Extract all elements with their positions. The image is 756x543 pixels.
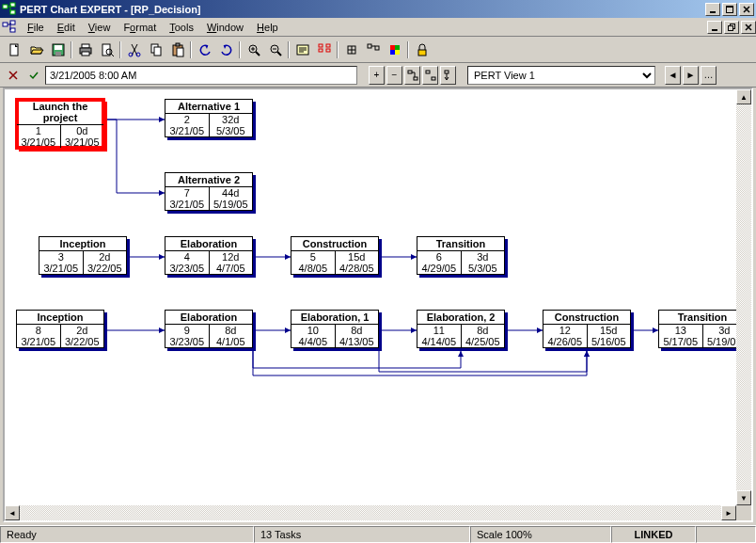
open-button[interactable] [25, 40, 47, 60]
redo-button[interactable] [215, 40, 237, 60]
paste-button[interactable] [166, 40, 188, 60]
minimize-button[interactable] [705, 3, 720, 16]
print-button[interactable] [74, 40, 96, 60]
task-dur: 3d [462, 251, 505, 263]
hscroll-track[interactable] [20, 505, 721, 520]
task-id: 5 [291, 251, 336, 263]
remove-button[interactable]: − [386, 66, 402, 85]
task-node-8[interactable]: Inception 82d 3/21/053/22/05 [16, 310, 104, 348]
task-end: 5/3/05 [210, 125, 253, 136]
status-empty [696, 526, 756, 543]
cancel-edit-button[interactable] [4, 66, 23, 85]
prev-button[interactable]: ◄ [665, 66, 681, 85]
task-start: 4/8/05 [291, 263, 336, 274]
grid2-button[interactable] [362, 40, 384, 60]
close-button[interactable] [739, 3, 754, 16]
menu-tools[interactable]: Tools [163, 20, 200, 35]
doc-restore-button[interactable] [724, 21, 739, 34]
task-node-3[interactable]: Inception 32d 3/21/053/22/05 [39, 236, 127, 275]
task-dur: 15d [588, 325, 631, 336]
task-end: 5/3/05 [462, 263, 505, 274]
task-node-6[interactable]: Transition 63d 4/29/055/3/05 [417, 236, 505, 275]
menu-edit[interactable]: Edit [51, 20, 82, 35]
svg-rect-26 [176, 43, 180, 46]
task-dur: 32d [210, 114, 253, 125]
task-node-2[interactable]: Alternative 1 232d 3/21/055/3/05 [165, 99, 253, 137]
task-node-9[interactable]: Elaboration 98d 3/23/054/1/05 [165, 310, 253, 348]
svg-marker-59 [584, 351, 590, 357]
svg-rect-8 [10, 28, 15, 32]
vscroll-track[interactable] [736, 104, 751, 490]
svg-rect-33 [319, 49, 323, 52]
chart-canvas[interactable]: Launch the project 10d 3/21/053/21/05Alt… [5, 89, 751, 520]
new-button[interactable] [4, 40, 25, 60]
menu-window[interactable]: Window [200, 20, 250, 35]
preview-button[interactable] [96, 40, 118, 60]
task-start: 4/4/05 [291, 336, 336, 347]
scroll-up-button[interactable]: ▲ [736, 89, 751, 104]
unlink-button[interactable] [422, 66, 438, 85]
next-button[interactable]: ► [683, 66, 699, 85]
zoom-out-button[interactable] [264, 40, 286, 60]
scroll-down-button[interactable]: ▼ [736, 490, 751, 505]
svg-rect-5 [726, 6, 733, 8]
task-end: 4/7/05 [210, 263, 253, 274]
zoom-in-button[interactable] [243, 40, 264, 60]
grid1-button[interactable] [340, 40, 362, 60]
link-button[interactable] [404, 66, 420, 85]
layout-button[interactable] [313, 40, 335, 60]
horizontal-scrollbar[interactable]: ◄ ► [5, 505, 736, 520]
scroll-left-button[interactable]: ◄ [5, 505, 20, 520]
scroll-right-button[interactable]: ► [721, 505, 736, 520]
task-node-1[interactable]: Launch the project 10d 3/21/053/21/05 [16, 99, 104, 149]
vertical-scrollbar[interactable]: ▲ ▼ [736, 89, 751, 505]
menu-help[interactable]: Help [250, 20, 285, 35]
task-node-10[interactable]: Elaboration, 1 108d 4/4/054/13/05 [291, 310, 379, 348]
status-mode: LINKED [611, 526, 696, 543]
doc-minimize-button[interactable] [707, 21, 722, 34]
chart-canvas-wrap: Launch the project 10d 3/21/053/21/05Alt… [3, 88, 753, 522]
svg-rect-45 [426, 71, 430, 73]
menu-format[interactable]: Format [117, 20, 163, 35]
drop-button[interactable] [440, 66, 456, 85]
task-node-5[interactable]: Construction 515d 4/8/054/28/05 [291, 236, 379, 275]
task-dur: 8d [210, 325, 253, 336]
task-start: 3/21/05 [39, 263, 84, 274]
cut-button[interactable] [123, 40, 145, 60]
task-start: 3/21/05 [165, 125, 210, 136]
date-field[interactable] [45, 66, 357, 85]
lock-button[interactable] [411, 40, 433, 60]
add-button[interactable]: + [369, 66, 385, 85]
svg-rect-41 [395, 50, 400, 55]
svg-rect-47 [445, 71, 449, 73]
color-button[interactable] [384, 40, 405, 60]
svg-rect-7 [10, 21, 15, 24]
menu-bar: File Edit View Format Tools Window Help [0, 18, 756, 37]
task-title: Elaboration, 1 [291, 311, 378, 325]
more-button[interactable]: … [701, 66, 717, 85]
maximize-button[interactable] [722, 3, 737, 16]
task-node-7[interactable]: Alternative 2 744d 3/21/055/19/05 [165, 172, 253, 211]
task-node-12[interactable]: Construction 1215d 4/26/055/16/05 [543, 310, 631, 348]
undo-button[interactable] [194, 40, 215, 60]
task-node-13[interactable]: Transition 133d 5/17/055/19/05 [658, 310, 747, 348]
svg-rect-18 [82, 52, 89, 56]
svg-rect-9 [712, 29, 717, 31]
doc-close-button[interactable] [741, 21, 756, 34]
svg-rect-43 [408, 71, 412, 73]
task-dur: 15d [336, 251, 379, 263]
notes-button[interactable] [291, 40, 313, 60]
task-node-4[interactable]: Elaboration 412d 3/23/054/7/05 [165, 236, 253, 275]
svg-rect-37 [375, 46, 379, 50]
save-button[interactable] [47, 40, 69, 60]
menu-view[interactable]: View [82, 20, 118, 35]
svg-rect-6 [3, 23, 8, 26]
copy-button[interactable] [145, 40, 166, 60]
accept-edit-button[interactable] [24, 66, 43, 85]
svg-rect-27 [177, 48, 183, 56]
task-title: Elaboration [165, 311, 252, 325]
task-end: 4/1/05 [210, 336, 253, 347]
view-selector[interactable]: PERT View 1 [467, 66, 655, 85]
task-node-11[interactable]: Elaboration, 2 118d 4/14/054/25/05 [417, 310, 505, 348]
menu-file[interactable]: File [21, 20, 51, 35]
